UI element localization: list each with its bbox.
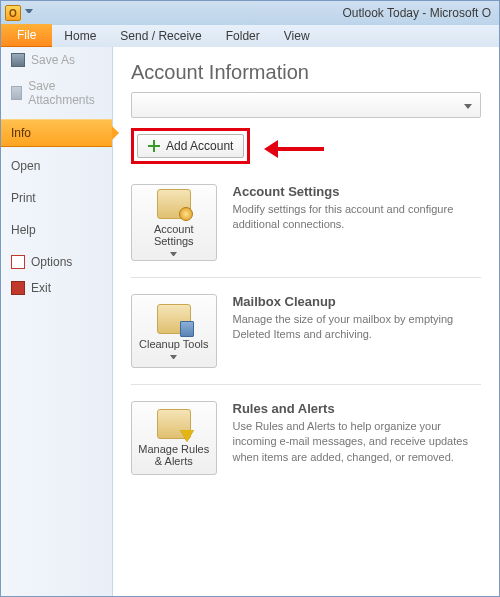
sidebar-item-label: Save Attachments — [28, 79, 102, 107]
section-text: Account Settings Modify settings for thi… — [233, 184, 481, 261]
section-text: Mailbox Cleanup Manage the size of your … — [233, 294, 481, 368]
section-rules-alerts: Manage Rules & Alerts Rules and Alerts U… — [131, 385, 481, 491]
section-account-settings: Account Settings Account Settings Modify… — [131, 168, 481, 278]
tab-file[interactable]: File — [1, 24, 52, 47]
sidebar-item-label: Exit — [31, 281, 51, 295]
sidebar-item-label: Save As — [31, 53, 75, 67]
section-description: Use Rules and Alerts to help organize yo… — [233, 419, 481, 465]
outlook-app-icon: O — [5, 5, 21, 21]
quick-access-toolbar: O — [1, 1, 33, 25]
page-title: Account Information — [131, 61, 481, 84]
options-icon — [11, 255, 25, 269]
add-account-row: Add Account — [131, 128, 481, 164]
attachment-icon — [11, 86, 22, 100]
bigbtn-label: Manage Rules & Alerts — [134, 443, 214, 467]
save-icon — [11, 53, 25, 67]
sidebar-item-options[interactable]: Options — [1, 249, 112, 275]
sidebar-item-print[interactable]: Print — [1, 185, 112, 211]
sidebar-item-save-attachments: Save Attachments — [1, 73, 112, 113]
section-description: Manage the size of your mailbox by empty… — [233, 312, 481, 343]
section-heading: Rules and Alerts — [233, 401, 481, 416]
outlook-window: O Outlook Today - Microsoft O File Home … — [0, 0, 500, 597]
sidebar-item-label: Print — [11, 191, 36, 205]
backstage-sidebar: Save As Save Attachments Info Open Print… — [1, 47, 113, 597]
tab-view[interactable]: View — [272, 25, 322, 47]
annotation-highlight-box: Add Account — [131, 128, 250, 164]
plus-icon — [148, 140, 160, 152]
sidebar-item-info[interactable]: Info — [1, 119, 112, 147]
account-settings-icon — [157, 189, 191, 219]
cleanup-icon — [157, 304, 191, 334]
cleanup-tools-button[interactable]: Cleanup Tools — [131, 294, 217, 368]
add-account-label: Add Account — [166, 139, 233, 153]
tab-send-receive[interactable]: Send / Receive — [108, 25, 213, 47]
account-selector-dropdown[interactable] — [131, 92, 481, 118]
tab-folder[interactable]: Folder — [214, 25, 272, 47]
section-text: Rules and Alerts Use Rules and Alerts to… — [233, 401, 481, 475]
backstage-body: Save As Save Attachments Info Open Print… — [1, 47, 499, 597]
section-heading: Account Settings — [233, 184, 481, 199]
sidebar-item-save-as: Save As — [1, 47, 112, 73]
sidebar-item-label: Options — [31, 255, 72, 269]
sidebar-item-exit[interactable]: Exit — [1, 275, 112, 301]
sidebar-item-help[interactable]: Help — [1, 217, 112, 243]
section-description: Modify settings for this account and con… — [233, 202, 481, 233]
manage-rules-alerts-button[interactable]: Manage Rules & Alerts — [131, 401, 217, 475]
ribbon-tabs: File Home Send / Receive Folder View — [1, 25, 499, 47]
annotation-arrow — [264, 140, 324, 158]
rules-icon — [157, 409, 191, 439]
account-settings-button[interactable]: Account Settings — [131, 184, 217, 261]
chevron-down-icon — [170, 355, 177, 359]
sidebar-item-open[interactable]: Open — [1, 153, 112, 179]
main-panel: Account Information Add Account Account … — [113, 47, 499, 597]
exit-icon — [11, 281, 25, 295]
section-heading: Mailbox Cleanup — [233, 294, 481, 309]
tab-home[interactable]: Home — [52, 25, 108, 47]
sidebar-item-label: Help — [11, 223, 36, 237]
add-account-button[interactable]: Add Account — [137, 134, 244, 158]
bigbtn-label: Account Settings — [134, 223, 214, 247]
section-mailbox-cleanup: Cleanup Tools Mailbox Cleanup Manage the… — [131, 278, 481, 385]
sidebar-item-label: Open — [11, 159, 40, 173]
sidebar-item-label: Info — [11, 126, 31, 140]
qat-dropdown-icon[interactable] — [25, 9, 33, 17]
bigbtn-label: Cleanup Tools — [139, 338, 209, 350]
title-bar: O Outlook Today - Microsoft O — [1, 1, 499, 25]
chevron-down-icon — [170, 252, 177, 256]
window-title: Outlook Today - Microsoft O — [343, 6, 492, 20]
